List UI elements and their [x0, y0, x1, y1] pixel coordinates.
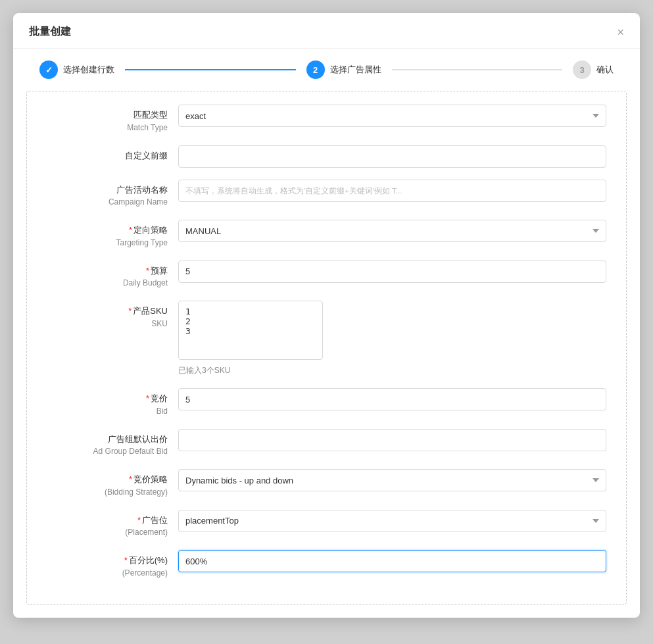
modal-header: 批量创建 × — [13, 13, 640, 49]
campaign-name-control — [178, 180, 606, 202]
match-type-control: exact phrase broad — [178, 105, 606, 127]
step-line-2 — [392, 69, 563, 70]
sku-label: *产品SKU SKU — [47, 301, 178, 330]
placement-control: placementTop placementProductPage placem… — [178, 510, 606, 532]
step-1-circle: ✓ — [39, 61, 58, 79]
targeting-type-label: *定向策略 Targeting Type — [47, 220, 178, 249]
campaign-name-row: 广告活动名称 Campaign Name — [27, 180, 626, 209]
bidding-strategy-select[interactable]: Dynamic bids - up and down Dynamic bids … — [178, 469, 606, 491]
targeting-type-select[interactable]: MANUAL AUTO — [178, 220, 606, 242]
percentage-label: *百分比(%) (Percentage) — [47, 550, 178, 579]
daily-budget-control — [178, 260, 606, 283]
bidding-required-star: * — [129, 474, 132, 484]
bid-row: *竞价 Bid — [27, 388, 626, 417]
step-1-label: 选择创建行数 — [63, 64, 114, 76]
bid-required-star: * — [146, 393, 149, 403]
modal-title: 批量创建 — [29, 25, 71, 39]
percentage-input[interactable] — [178, 550, 606, 572]
sku-required-star: * — [128, 306, 132, 316]
sku-textarea[interactable]: 1 2 3 — [178, 301, 323, 360]
budget-required-star: * — [146, 266, 149, 276]
form-area: 匹配类型 Match Type exact phrase broad 自定义前缀 — [26, 91, 627, 605]
step-line-1 — [125, 69, 296, 70]
step-2-label: 选择广告属性 — [330, 64, 381, 76]
ad-group-bid-label: 广告组默认出价 Ad Group Default Bid — [47, 429, 178, 458]
campaign-name-label: 广告活动名称 Campaign Name — [47, 180, 178, 209]
stepper: ✓ 选择创建行数 2 选择广告属性 3 确认 — [13, 49, 640, 91]
daily-budget-row: *预算 Daily Budget — [27, 260, 626, 289]
step-3-label: 确认 — [596, 64, 614, 76]
ad-group-bid-row: 广告组默认出价 Ad Group Default Bid — [27, 429, 626, 458]
placement-required-star: * — [137, 515, 141, 525]
step-3: 3 确认 — [573, 61, 614, 79]
percentage-required-star: * — [124, 555, 128, 565]
custom-prefix-control — [178, 145, 606, 168]
step-3-circle: 3 — [573, 61, 591, 79]
targeting-type-row: *定向策略 Targeting Type MANUAL AUTO — [27, 220, 626, 249]
step-2: 2 选择广告属性 — [306, 61, 381, 79]
modal: 批量创建 × ✓ 选择创建行数 2 选择广告属性 3 确认 匹配类型 Match… — [13, 13, 640, 618]
step-2-circle: 2 — [306, 61, 325, 79]
targeting-type-control: MANUAL AUTO — [178, 220, 606, 242]
bid-input[interactable] — [178, 388, 606, 410]
sku-row: *产品SKU SKU 1 2 3 已输入3个SKU — [27, 301, 626, 376]
match-type-select[interactable]: exact phrase broad — [178, 105, 606, 127]
percentage-control — [178, 550, 606, 572]
percentage-row: *百分比(%) (Percentage) — [27, 550, 626, 579]
step-1: ✓ 选择创建行数 — [39, 61, 114, 79]
custom-prefix-input[interactable] — [178, 145, 606, 168]
bidding-strategy-label: *竞价策略 (Bidding Strategy) — [47, 469, 178, 498]
bid-control — [178, 388, 606, 410]
placement-select[interactable]: placementTop placementProductPage placem… — [178, 510, 606, 532]
bid-label: *竞价 Bid — [47, 388, 178, 417]
bidding-strategy-row: *竞价策略 (Bidding Strategy) Dynamic bids - … — [27, 469, 626, 498]
daily-budget-label: *预算 Daily Budget — [47, 260, 178, 289]
sku-hint: 已输入3个SKU — [178, 365, 606, 376]
ad-group-bid-control — [178, 429, 606, 451]
bidding-strategy-control: Dynamic bids - up and down Dynamic bids … — [178, 469, 606, 491]
placement-label: *广告位 (Placement) — [47, 510, 178, 539]
match-type-row: 匹配类型 Match Type exact phrase broad — [27, 105, 626, 134]
sku-control: 1 2 3 已输入3个SKU — [178, 301, 606, 376]
ad-group-bid-input[interactable] — [178, 429, 606, 451]
daily-budget-input[interactable] — [178, 260, 606, 283]
close-button[interactable]: × — [617, 26, 624, 38]
placement-row: *广告位 (Placement) placementTop placementP… — [27, 510, 626, 539]
custom-prefix-label: 自定义前缀 — [47, 145, 178, 162]
targeting-required-star: * — [129, 225, 132, 235]
campaign-name-input[interactable] — [178, 180, 606, 202]
match-type-label: 匹配类型 Match Type — [47, 105, 178, 134]
custom-prefix-row: 自定义前缀 — [27, 145, 626, 168]
